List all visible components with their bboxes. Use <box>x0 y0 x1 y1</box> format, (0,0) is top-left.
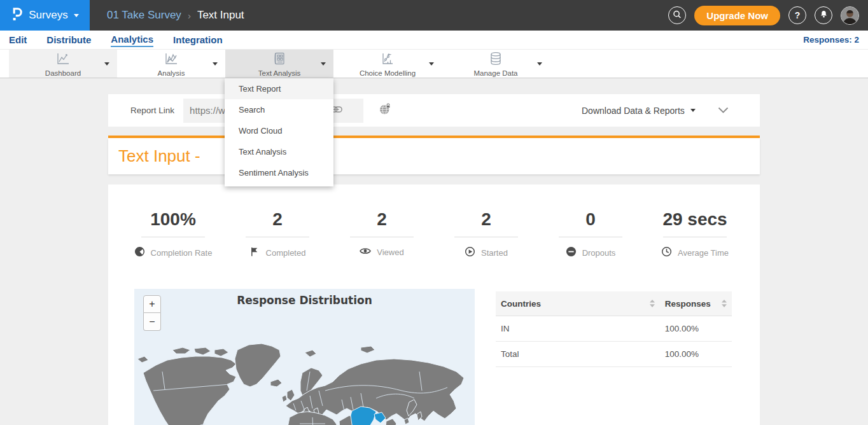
stat-viewed: 2 Viewed <box>330 210 434 260</box>
stat-value: 2 <box>377 210 387 229</box>
menu-item-search[interactable]: Search <box>225 99 333 120</box>
app-logo-menu[interactable]: Surveys <box>0 0 90 31</box>
stat-label: Completion Rate <box>151 248 213 258</box>
divider <box>350 237 414 237</box>
tab-analysis[interactable]: Analysis <box>117 50 225 78</box>
zoom-in-button[interactable]: + <box>143 295 161 313</box>
stat-value: 29 secs <box>662 210 727 229</box>
product-name: Surveys <box>29 9 67 22</box>
menu-item-text-report[interactable]: Text Report <box>225 78 333 99</box>
download-data-reports-label: Download Data & Reports <box>582 106 685 116</box>
sort-responses-icon[interactable] <box>717 300 732 307</box>
stat-label: Started <box>481 248 508 258</box>
divider <box>246 237 309 237</box>
tab-label: Choice Modelling <box>360 69 416 77</box>
breadcrumb-survey-name[interactable]: 01 Take Survey <box>107 9 181 22</box>
report-link-card: Report Link Download Data & Reports <box>108 94 760 127</box>
completion-rate-icon <box>134 246 145 260</box>
database-icon <box>487 51 504 69</box>
report-link-label: Report Link <box>130 106 174 115</box>
area-chart-icon <box>163 51 179 69</box>
question-mark-icon: ? <box>795 10 801 20</box>
table-row: Total 100.00% <box>496 342 732 367</box>
tab-choice-modelling[interactable]: Choice Modelling <box>333 50 442 78</box>
play-circle-icon <box>465 246 475 260</box>
breadcrumb: 01 Take Survey › Text Input <box>107 9 244 22</box>
divider <box>454 237 518 237</box>
nav-integration[interactable]: Integration <box>173 33 223 46</box>
countries-table: Countries Responses IN 100.00% Tot <box>496 291 732 367</box>
tab-dashboard[interactable]: Dashboard <box>9 50 117 78</box>
search-button[interactable] <box>668 6 686 24</box>
breadcrumb-page-name: Text Input <box>197 9 244 22</box>
upgrade-now-button[interactable]: Upgrade Now <box>694 6 780 25</box>
collapse-section-chevron-icon[interactable] <box>718 105 729 116</box>
stat-label: Completed <box>266 248 306 258</box>
responses-cell: 100.00% <box>660 324 717 333</box>
top-bar: Surveys 01 Take Survey › Text Input Upgr… <box>0 0 868 31</box>
flag-icon <box>249 246 260 260</box>
breadcrumb-separator: › <box>188 10 191 21</box>
tab-manage-data[interactable]: Manage Data <box>442 50 550 78</box>
stat-completed: 2 Completed <box>225 210 330 260</box>
country-cell: Total <box>496 349 644 359</box>
sort-countries-icon[interactable] <box>644 300 659 307</box>
nav-edit[interactable]: Edit <box>9 33 27 46</box>
tab-text-analysis[interactable]: Text Analysis <box>225 50 333 78</box>
stat-value: 100% <box>150 210 196 229</box>
nav-distribute[interactable]: Distribute <box>46 33 91 46</box>
line-chart-icon <box>55 51 71 69</box>
eye-icon <box>360 246 371 258</box>
column-header-countries[interactable]: Countries <box>496 299 644 309</box>
menu-item-word-cloud[interactable]: Word Cloud <box>225 120 333 141</box>
clock-icon <box>661 246 672 260</box>
world-map[interactable] <box>134 337 475 425</box>
bell-icon <box>819 10 829 21</box>
divider <box>559 237 622 237</box>
stat-label: Average Time <box>678 248 729 258</box>
menu-item-text-analysis[interactable]: Text Analysis <box>225 141 333 162</box>
responses-count: Responses: 2 <box>803 35 859 45</box>
stat-value: 2 <box>272 210 283 229</box>
stat-label: Viewed <box>377 247 403 257</box>
caret-down-icon <box>321 62 326 66</box>
topbar-actions: Upgrade Now ? <box>668 6 868 25</box>
search-icon <box>672 10 682 22</box>
column-header-responses[interactable]: Responses <box>660 299 717 309</box>
help-button[interactable]: ? <box>788 6 806 24</box>
caret-down-icon <box>104 62 109 66</box>
stat-dropouts: 0 Dropouts <box>538 210 643 260</box>
analytics-toolbar: Dashboard Analysis Text Analysis <box>0 49 868 78</box>
tab-label: Manage Data <box>473 69 517 77</box>
text-analysis-menu: Text Report Search Word Cloud Text Analy… <box>225 78 333 186</box>
country-cell: IN <box>496 324 644 333</box>
map-title: Response Distribution <box>134 294 475 307</box>
minus-circle-icon <box>566 246 577 260</box>
caret-down-icon <box>213 62 218 66</box>
zoom-out-button[interactable]: − <box>143 313 161 331</box>
stat-label: Dropouts <box>582 248 616 258</box>
caret-down-icon <box>537 62 542 66</box>
caret-down-icon <box>74 14 79 17</box>
globe-privacy-icon[interactable] <box>379 103 391 118</box>
stat-value: 0 <box>585 210 596 229</box>
responses-cell: 100.00% <box>660 349 717 359</box>
notifications-button[interactable] <box>815 6 832 24</box>
stat-started: 2 Started <box>434 210 538 260</box>
text-report-icon <box>271 51 288 69</box>
analytics-summary-card: 100% Completion Rate 2 <box>108 185 760 425</box>
divider <box>663 237 727 237</box>
download-data-reports-dropdown[interactable]: Download Data & Reports <box>582 106 696 116</box>
stat-completion-rate: 100% Completion Rate <box>121 210 225 260</box>
nav-analytics[interactable]: Analytics <box>111 32 153 47</box>
response-distribution-map[interactable]: Response Distribution + − <box>134 289 475 425</box>
stat-value: 2 <box>481 210 491 229</box>
questionpro-logo-icon <box>11 6 23 24</box>
countries-table-header: Countries Responses <box>496 291 732 316</box>
tab-label: Analysis <box>158 69 185 77</box>
divider <box>141 237 205 237</box>
menu-item-sentiment-analysis[interactable]: Sentiment Analysis <box>225 162 333 183</box>
user-avatar[interactable] <box>841 6 859 25</box>
caret-down-icon <box>429 62 434 66</box>
map-zoom-controls: + − <box>143 295 161 331</box>
